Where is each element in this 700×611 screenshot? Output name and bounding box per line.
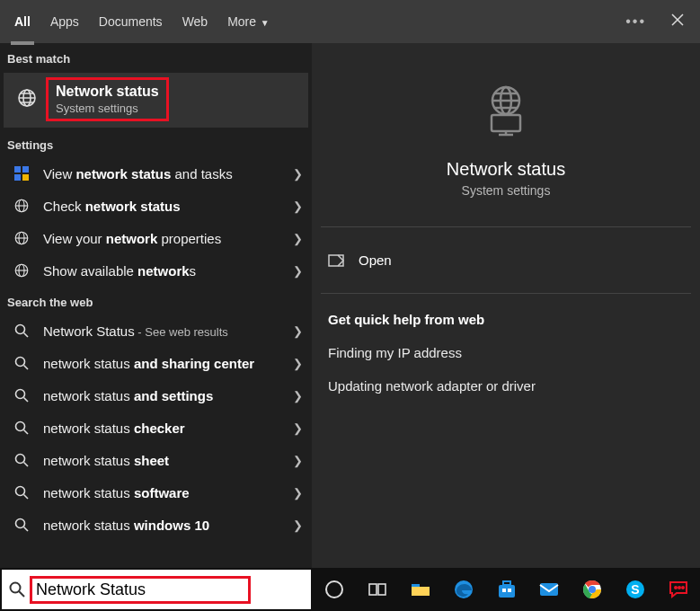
feedback-button[interactable] bbox=[657, 568, 700, 611]
taskbar: S bbox=[0, 568, 700, 611]
chevron-right-icon: ❯ bbox=[293, 324, 303, 338]
quick-help-label: Get quick help from web bbox=[321, 306, 691, 336]
file-explorer-button[interactable] bbox=[399, 568, 442, 611]
svg-rect-30 bbox=[503, 581, 510, 585]
svg-text:S: S bbox=[632, 582, 640, 597]
web-result-4[interactable]: network status sheet ❯ bbox=[0, 444, 312, 476]
chevron-right-icon: ❯ bbox=[293, 389, 303, 403]
svg-point-39 bbox=[678, 587, 680, 589]
svg-point-16 bbox=[16, 455, 25, 464]
tab-apps[interactable]: Apps bbox=[50, 11, 79, 32]
svg-point-17 bbox=[16, 487, 25, 496]
svg-rect-5 bbox=[22, 174, 29, 181]
preview-panel: Network status System settings Open Get … bbox=[312, 43, 700, 568]
svg-rect-32 bbox=[508, 589, 511, 592]
svg-point-40 bbox=[682, 587, 684, 589]
globe-icon bbox=[13, 261, 31, 279]
svg-rect-3 bbox=[22, 166, 29, 173]
help-link-adapter[interactable]: Updating network adapter or driver bbox=[321, 369, 691, 403]
web-result-3[interactable]: network status checker ❯ bbox=[0, 412, 312, 444]
settings-item-check-status[interactable]: Check network status ❯ bbox=[0, 190, 312, 222]
svg-point-23 bbox=[11, 583, 21, 593]
svg-point-35 bbox=[589, 586, 596, 593]
search-icon bbox=[13, 322, 31, 340]
svg-rect-27 bbox=[412, 584, 420, 587]
chevron-right-icon: ❯ bbox=[293, 264, 303, 278]
search-icon bbox=[13, 516, 31, 534]
store-button[interactable] bbox=[485, 568, 528, 611]
web-result-6[interactable]: network status windows 10 ❯ bbox=[0, 509, 312, 541]
search-icon bbox=[9, 581, 25, 598]
search-icon bbox=[13, 354, 31, 372]
globe-icon bbox=[16, 87, 38, 111]
network-status-hero-icon bbox=[477, 83, 535, 143]
close-button[interactable] bbox=[662, 8, 693, 35]
mail-button[interactable] bbox=[527, 568, 571, 611]
svg-point-38 bbox=[675, 587, 677, 589]
chevron-right-icon: ❯ bbox=[293, 421, 303, 435]
preview-subtitle: System settings bbox=[462, 183, 551, 198]
svg-point-18 bbox=[16, 519, 25, 528]
task-view-button[interactable] bbox=[356, 568, 399, 611]
settings-label: Settings bbox=[0, 129, 312, 157]
svg-rect-22 bbox=[329, 255, 343, 266]
search-web-label: Search the web bbox=[0, 287, 312, 314]
svg-point-15 bbox=[16, 422, 25, 431]
svg-point-14 bbox=[16, 390, 25, 399]
tab-web[interactable]: Web bbox=[182, 11, 208, 32]
help-link-ip[interactable]: Finding my IP address bbox=[321, 336, 691, 369]
chevron-right-icon: ❯ bbox=[293, 232, 303, 245]
svg-rect-4 bbox=[14, 174, 21, 181]
search-icon bbox=[13, 483, 31, 501]
web-result-1[interactable]: network status and sharing center ❯ bbox=[0, 347, 312, 379]
tab-documents[interactable]: Documents bbox=[99, 11, 163, 32]
tab-all[interactable]: All bbox=[14, 11, 31, 32]
web-result-5[interactable]: network status software ❯ bbox=[0, 476, 312, 509]
chevron-right-icon: ❯ bbox=[293, 167, 303, 181]
skype-button[interactable]: S bbox=[614, 568, 657, 611]
svg-point-13 bbox=[16, 358, 25, 367]
chevron-down-icon: ▼ bbox=[258, 18, 270, 28]
svg-rect-33 bbox=[540, 583, 558, 596]
svg-rect-31 bbox=[502, 589, 506, 592]
globe-icon bbox=[13, 197, 31, 215]
tab-more[interactable]: More ▼ bbox=[227, 11, 270, 32]
svg-point-24 bbox=[326, 581, 342, 598]
cortana-button[interactable] bbox=[313, 568, 356, 611]
chevron-right-icon: ❯ bbox=[293, 486, 303, 500]
best-match-label: Best match bbox=[0, 43, 312, 71]
svg-rect-21 bbox=[492, 115, 520, 131]
search-input[interactable] bbox=[36, 580, 244, 599]
chevron-right-icon: ❯ bbox=[293, 357, 303, 370]
edge-button[interactable] bbox=[442, 568, 485, 611]
filter-bar: All Apps Documents Web More ▼ ••• bbox=[0, 0, 700, 43]
settings-item-network-tasks[interactable]: View network status and tasks ❯ bbox=[0, 157, 312, 190]
network-tasks-icon bbox=[13, 164, 31, 182]
chrome-button[interactable] bbox=[571, 568, 614, 611]
web-result-0[interactable]: Network Status - See web results ❯ bbox=[0, 314, 312, 347]
results-panel: Best match Network status System setting… bbox=[0, 43, 312, 568]
chevron-right-icon: ❯ bbox=[293, 199, 303, 213]
best-match-title: Network status bbox=[56, 84, 159, 100]
search-icon bbox=[13, 419, 31, 437]
globe-icon bbox=[13, 229, 31, 247]
search-icon bbox=[13, 386, 31, 404]
open-button[interactable]: Open bbox=[321, 240, 691, 280]
web-result-2[interactable]: network status and settings ❯ bbox=[0, 379, 312, 412]
svg-rect-2 bbox=[14, 166, 21, 173]
taskbar-search[interactable] bbox=[2, 570, 311, 609]
chevron-right-icon: ❯ bbox=[293, 454, 303, 467]
best-match-subtitle: System settings bbox=[56, 102, 159, 115]
search-icon bbox=[13, 451, 31, 469]
svg-rect-26 bbox=[378, 584, 385, 595]
svg-rect-29 bbox=[499, 585, 515, 598]
settings-item-available-networks[interactable]: Show available networks ❯ bbox=[0, 254, 312, 287]
best-match-result[interactable]: Network status System settings bbox=[4, 73, 308, 128]
settings-item-network-properties[interactable]: View your network properties ❯ bbox=[0, 222, 312, 254]
svg-rect-25 bbox=[369, 584, 377, 595]
more-options-button[interactable]: ••• bbox=[620, 8, 651, 35]
chevron-right-icon: ❯ bbox=[293, 518, 303, 532]
svg-point-12 bbox=[16, 325, 25, 334]
preview-title: Network status bbox=[447, 159, 565, 180]
filter-tabs: All Apps Documents Web More ▼ bbox=[14, 11, 620, 32]
